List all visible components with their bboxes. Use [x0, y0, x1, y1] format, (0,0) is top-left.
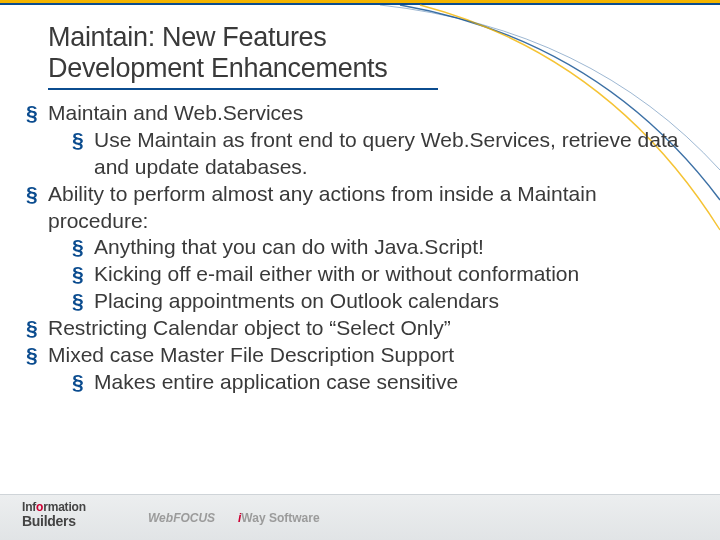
bullet-text: Anything that you can do with Java.Scrip…	[94, 235, 484, 258]
bullet-text: Placing appointments on Outlook calendar…	[94, 289, 499, 312]
logo-webfocus: WebFOCUS	[148, 511, 215, 525]
slide-title: Maintain: New Features Development Enhan…	[48, 22, 388, 84]
top-line-blue	[0, 3, 720, 5]
footer: Information Builders WebFOCUS iWay Softw…	[0, 494, 720, 540]
bullet-text: Restricting Calendar object to “Select O…	[48, 316, 451, 339]
list-item: Kicking off e-mail either with or withou…	[72, 261, 690, 288]
title-underline	[48, 88, 438, 90]
list-item: Maintain and Web.Services Use Maintain a…	[26, 100, 690, 181]
bullet-text: Makes entire application case sensitive	[94, 370, 458, 393]
list-item: Anything that you can do with Java.Scrip…	[72, 234, 690, 261]
bullet-text: Maintain and Web.Services	[48, 101, 303, 124]
content-area: Maintain and Web.Services Use Maintain a…	[26, 100, 690, 396]
list-item: Mixed case Master File Description Suppo…	[26, 342, 690, 396]
logo-ib-line1: Information	[22, 501, 86, 514]
list-item: Ability to perform almost any actions fr…	[26, 181, 690, 315]
logo-information-builders: Information Builders	[22, 501, 86, 528]
list-item: Use Maintain as front end to query Web.S…	[72, 127, 690, 181]
title-line2: Development Enhancements	[48, 53, 388, 83]
list-item: Placing appointments on Outlook calendar…	[72, 288, 690, 315]
logo-iway-software: iWay Software	[238, 511, 320, 525]
bullet-text: Mixed case Master File Description Suppo…	[48, 343, 454, 366]
bullet-text: Kicking off e-mail either with or withou…	[94, 262, 579, 285]
list-item: Makes entire application case sensitive	[72, 369, 690, 396]
logo-ib-line2: Builders	[22, 514, 86, 529]
list-item: Restricting Calendar object to “Select O…	[26, 315, 690, 342]
bullet-text: Use Maintain as front end to query Web.S…	[94, 128, 678, 178]
bullet-text: Ability to perform almost any actions fr…	[48, 182, 597, 232]
bullet-list: Maintain and Web.Services Use Maintain a…	[26, 100, 690, 396]
slide: Maintain: New Features Development Enhan…	[0, 0, 720, 540]
title-line1: Maintain: New Features	[48, 22, 327, 52]
